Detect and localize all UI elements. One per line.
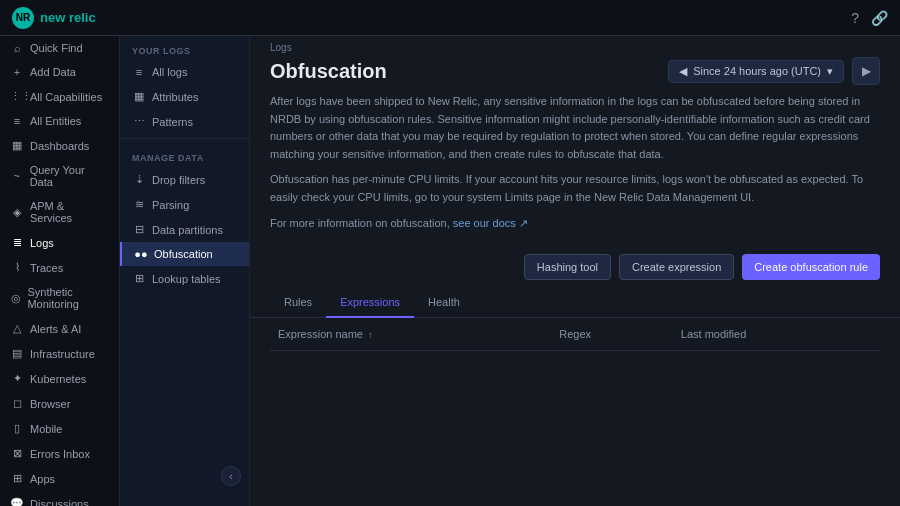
nav-item-quick-find[interactable]: ⌕ Quick Find [0, 36, 119, 60]
sidebar-item-drop-filters[interactable]: ⇣ Drop filters [120, 167, 249, 192]
logo-text: new relic [40, 10, 96, 25]
nav-item-apm-services[interactable]: ◈ APM & Services [0, 194, 119, 230]
nav-item-all-capabilities[interactable]: ⋮⋮ All Capabilities [0, 84, 119, 109]
sidebar-item-lookup-tables[interactable]: ⊞ Lookup tables [120, 266, 249, 291]
sidebar-item-label: Data partitions [152, 224, 223, 236]
time-picker[interactable]: ◀ Since 24 hours ago (UTC) ▾ [668, 60, 844, 83]
table-header: Expression name ↑ Regex Last modified [270, 318, 880, 351]
nav-label: Discussions [30, 498, 89, 507]
nav-item-apps[interactable]: ⊞ Apps [0, 466, 119, 491]
all-logs-icon: ≡ [132, 66, 146, 78]
traces-icon: ⌇ [10, 261, 24, 274]
sidebar-item-label: All logs [152, 66, 187, 78]
nav-label: Alerts & AI [30, 323, 81, 335]
table-area: Expression name ↑ Regex Last modified [250, 318, 900, 506]
left-nav: ⌕ Quick Find + Add Data ⋮⋮ All Capabilit… [0, 36, 120, 506]
nav-item-logs[interactable]: ≣ Logs [0, 230, 119, 255]
nav-label: Synthetic Monitoring [27, 286, 109, 310]
list-icon: ≡ [10, 115, 24, 127]
docs-link-paragraph: For more information on obfuscation, see… [270, 215, 880, 233]
page-header: Obfuscation ◀ Since 24 hours ago (UTC) ▾… [250, 53, 900, 93]
drop-filters-icon: ⇣ [132, 173, 146, 186]
sidebar-item-parsing[interactable]: ≋ Parsing [120, 192, 249, 217]
nav-item-errors-inbox[interactable]: ⊠ Errors Inbox [0, 441, 119, 466]
nav-label: Mobile [30, 423, 62, 435]
breadcrumb-link[interactable]: Logs [270, 42, 292, 53]
nav-item-traces[interactable]: ⌇ Traces [0, 255, 119, 280]
docs-link[interactable]: see our docs ↗ [453, 217, 528, 229]
link-button[interactable]: 🔗 [871, 10, 888, 26]
sidebar-item-attributes[interactable]: ▦ Attributes [120, 84, 249, 109]
action-buttons: Hashing tool Create expression Create ob… [250, 250, 900, 288]
sidebar-item-obfuscation[interactable]: ●● Obfuscation [120, 242, 249, 266]
nav-item-all-entities[interactable]: ≡ All Entities [0, 109, 119, 133]
nav-label: Browser [30, 398, 70, 410]
header-icon-button[interactable]: ▶ [852, 57, 880, 85]
sidebar-section-your-logs: YOUR LOGS [120, 36, 249, 60]
logo-icon: NR [12, 7, 34, 29]
tab-rules[interactable]: Rules [270, 288, 326, 318]
nav-item-infrastructure[interactable]: ▤ Infrastructure [0, 341, 119, 366]
tab-expressions[interactable]: Expressions [326, 288, 414, 318]
parsing-icon: ≋ [132, 198, 146, 211]
query-icon: ~ [10, 170, 24, 182]
nav-item-mobile[interactable]: ▯ Mobile [0, 416, 119, 441]
help-button[interactable]: ? [851, 10, 859, 26]
patterns-icon: ⋯ [132, 115, 146, 128]
nav-label: All Entities [30, 115, 81, 127]
nav-label: Infrastructure [30, 348, 95, 360]
attributes-icon: ▦ [132, 90, 146, 103]
time-picker-dropdown-arrow: ▾ [827, 65, 833, 78]
lookup-tables-icon: ⊞ [132, 272, 146, 285]
nav-label: Add Data [30, 66, 76, 78]
nav-label: APM & Services [30, 200, 109, 224]
nav-item-synthetic-monitoring[interactable]: ◎ Synthetic Monitoring [0, 280, 119, 316]
col-expression-name[interactable]: Expression name ↑ [270, 318, 551, 351]
nav-item-alerts-ai[interactable]: △ Alerts & AI [0, 316, 119, 341]
sidebar-section-manage-data: MANAGE DATA [120, 143, 249, 167]
alerts-icon: △ [10, 322, 24, 335]
logs-sidebar: YOUR LOGS ≡ All logs ▦ Attributes ⋯ Patt… [120, 36, 250, 506]
sidebar-item-all-logs[interactable]: ≡ All logs [120, 60, 249, 84]
nav-item-browser[interactable]: ◻ Browser [0, 391, 119, 416]
nav-label: Dashboards [30, 140, 89, 152]
breadcrumb: Logs [250, 36, 900, 53]
col-last-modified: Last modified [673, 318, 880, 351]
main-content: Logs Obfuscation ◀ Since 24 hours ago (U… [250, 36, 900, 506]
page-title: Obfuscation [270, 60, 387, 83]
sidebar-item-label: Drop filters [152, 174, 205, 186]
nav-label: Traces [30, 262, 63, 274]
create-expression-button[interactable]: Create expression [619, 254, 734, 280]
sidebar-item-patterns[interactable]: ⋯ Patterns [120, 109, 249, 134]
create-obfuscation-rule-button[interactable]: Create obfuscation rule [742, 254, 880, 280]
kubernetes-icon: ✦ [10, 372, 24, 385]
tab-health[interactable]: Health [414, 288, 474, 318]
sidebar-divider [120, 138, 249, 139]
time-picker-left-arrow: ◀ [679, 65, 687, 78]
nav-label: Apps [30, 473, 55, 485]
nav-label: Logs [30, 237, 54, 249]
nav-item-query-your-data[interactable]: ~ Query Your Data [0, 158, 119, 194]
grid-icon: ⋮⋮ [10, 90, 24, 103]
sidebar-item-label: Patterns [152, 116, 193, 128]
browser-icon: ◻ [10, 397, 24, 410]
docs-prefix-text: For more information on obfuscation, [270, 217, 450, 229]
search-icon: ⌕ [10, 42, 24, 54]
sidebar-item-label: Attributes [152, 91, 198, 103]
discussions-icon: 💬 [10, 497, 24, 506]
nav-label: Kubernetes [30, 373, 86, 385]
plus-icon: + [10, 66, 24, 78]
nav-label: Query Your Data [30, 164, 109, 188]
nav-item-add-data[interactable]: + Add Data [0, 60, 119, 84]
infrastructure-icon: ▤ [10, 347, 24, 360]
description-area: After logs have been shipped to New Reli… [250, 93, 900, 250]
nav-item-kubernetes[interactable]: ✦ Kubernetes [0, 366, 119, 391]
layout: ⌕ Quick Find + Add Data ⋮⋮ All Capabilit… [0, 0, 900, 506]
nav-item-discussions[interactable]: 💬 Discussions [0, 491, 119, 506]
sidebar-item-data-partitions[interactable]: ⊟ Data partitions [120, 217, 249, 242]
nav-item-dashboards[interactable]: ▦ Dashboards [0, 133, 119, 158]
hashing-tool-button[interactable]: Hashing tool [524, 254, 611, 280]
nav-label: Errors Inbox [30, 448, 90, 460]
header-controls: ◀ Since 24 hours ago (UTC) ▾ ▶ [668, 57, 880, 85]
collapse-sidebar-button[interactable]: ‹ [221, 466, 241, 486]
